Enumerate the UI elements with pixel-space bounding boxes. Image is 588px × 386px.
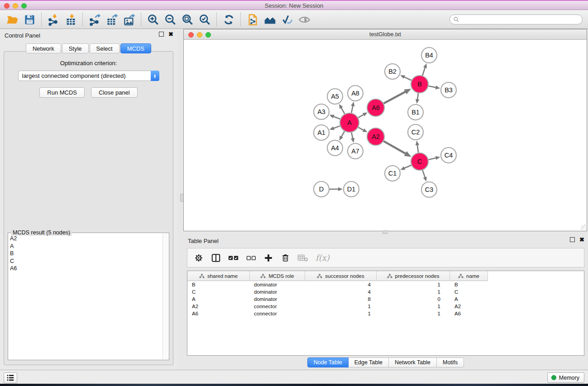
graph-node-C1[interactable]: C1 [385,166,400,181]
zoom-out-button[interactable] [162,12,179,27]
table-cell[interactable]: A [187,295,250,303]
eye-button[interactable] [296,12,313,27]
table-cell[interactable]: 1 [305,310,377,317]
table-cell[interactable]: C [450,288,488,295]
graph-node-C[interactable]: C [411,153,428,170]
tab-network-table[interactable]: Network Table [389,357,437,367]
graph-node-A8[interactable]: A8 [348,86,363,101]
table-cell[interactable]: A2 [450,303,488,310]
table-cell[interactable]: 0 [377,295,450,303]
network-canvas[interactable]: B4B2BB3A8A5A6A3B1AC2A1A2A4A7C4CC1DD1C3 [184,40,587,230]
table-cell[interactable]: connector [250,310,305,317]
delete-table-button[interactable] [297,253,308,262]
export-image-button[interactable] [120,12,138,27]
table-cell[interactable]: C [187,288,250,295]
edge-A-A2[interactable] [358,127,364,130]
column-header-name[interactable]: name [450,271,488,281]
import-network-button[interactable] [45,12,62,27]
table-cell[interactable]: A2 [187,303,250,310]
select-all-button[interactable] [228,254,239,262]
table-cell[interactable]: A [450,295,488,303]
result-item[interactable]: B [10,250,162,257]
criterion-dropdown[interactable]: largest connected component (directed) ▲… [18,71,159,81]
network-graph[interactable]: B4B2BB3A8A5A6A3B1AC2A1A2A4A7C4CC1DD1C3 [184,40,587,230]
memory-button[interactable]: Memory [547,372,584,383]
graph-node-A1[interactable]: A1 [314,125,329,140]
table-cell[interactable]: 1 [377,303,450,310]
open-file-button[interactable] [4,12,21,27]
export-network-button[interactable] [86,12,103,27]
table-cell[interactable]: B [187,281,250,288]
column-header-MCDS-role[interactable]: MCDS role [250,271,305,281]
search-input[interactable] [449,14,583,24]
deselect-all-button[interactable] [246,254,256,262]
tab-node-table[interactable]: Node Table [307,357,349,367]
function-builder-button[interactable]: f(x) [316,253,330,262]
graph-node-B3[interactable]: B3 [441,82,456,98]
result-item[interactable]: A6 [10,265,162,272]
table-row[interactable]: Adominator80A [187,295,584,303]
column-header-successor-nodes[interactable]: successor nodes [305,271,377,281]
tab-mcds[interactable]: MCDS [120,43,151,53]
graph-node-A3[interactable]: A3 [314,104,329,119]
edge-B-B4[interactable] [422,67,425,76]
horizontal-splitter-handle[interactable] [382,230,388,234]
graph-node-D1[interactable]: D1 [344,181,359,197]
gear-button[interactable] [194,253,204,263]
graph-node-D[interactable]: D [314,181,329,197]
refresh-button[interactable] [220,12,237,27]
tab-edge-table[interactable]: Edge Table [349,357,389,367]
resize-grip-icon[interactable] [581,224,586,230]
edge-A-A5[interactable] [341,107,344,114]
column-view-button[interactable] [211,253,221,263]
graph-node-C3[interactable]: C3 [421,182,437,197]
graph-node-B1[interactable]: B1 [408,105,423,120]
edge-A-A6[interactable] [358,114,364,118]
tab-select[interactable]: Select [90,43,120,53]
float-table-panel-icon[interactable] [570,237,575,242]
run-mcds-button[interactable]: Run MCDS [39,87,85,98]
column-header-shared-name[interactable]: shared name [187,271,250,281]
task-history-button[interactable] [4,372,17,383]
graph-node-C2[interactable]: C2 [408,124,423,140]
delete-column-button[interactable] [281,253,290,262]
table-cell[interactable]: dominator [250,295,305,303]
network-window-titlebar[interactable]: testGlobe.txt [184,29,587,40]
new-network-button[interactable] [244,12,261,27]
table-cell[interactable]: 1 [377,310,450,317]
column-header-predecessor-nodes[interactable]: predecessor nodes [377,271,450,281]
table-cell[interactable]: 4 [305,288,377,295]
edge-A2-C[interactable] [383,141,406,154]
graph-node-C4[interactable]: C4 [441,148,456,163]
table-row[interactable]: Bdominator41B [187,281,584,288]
close-table-panel-icon[interactable]: ✖ [579,237,584,242]
table-cell[interactable]: B [450,281,488,288]
table-cell[interactable]: dominator [250,281,305,288]
import-table-button[interactable] [62,12,79,27]
result-item[interactable]: A [10,243,162,250]
table-cell[interactable]: 1 [377,281,450,288]
edge-B-B3[interactable] [429,86,437,88]
table-row[interactable]: A2connector11A2 [187,303,584,310]
show-graphics-details-button[interactable] [278,12,296,27]
zoom-fit-button[interactable] [179,12,196,27]
edge-C-C3[interactable] [422,170,425,178]
edge-C-C4[interactable] [429,158,437,160]
close-panel-icon[interactable]: ✖ [168,32,173,37]
result-item[interactable]: C [10,257,162,265]
tab-motifs[interactable]: Motifs [437,357,464,367]
table-row[interactable]: A6connector11A6 [187,310,584,317]
table-cell[interactable]: A6 [450,310,488,317]
graph-node-A5[interactable]: A5 [327,89,343,104]
home-button[interactable] [261,12,278,27]
edge-A6-B[interactable] [384,91,406,103]
table-cell[interactable]: 1 [305,303,377,310]
float-panel-icon[interactable] [159,32,164,37]
table-cell[interactable]: 1 [377,288,450,295]
graph-node-A7[interactable]: A7 [348,143,363,159]
graph-node-A2[interactable]: A2 [367,128,384,145]
edge-B-B1[interactable] [417,93,418,100]
graph-node-A[interactable]: A [340,113,359,132]
tab-network[interactable]: Network [26,43,61,53]
edge-A-A4[interactable] [341,131,344,137]
